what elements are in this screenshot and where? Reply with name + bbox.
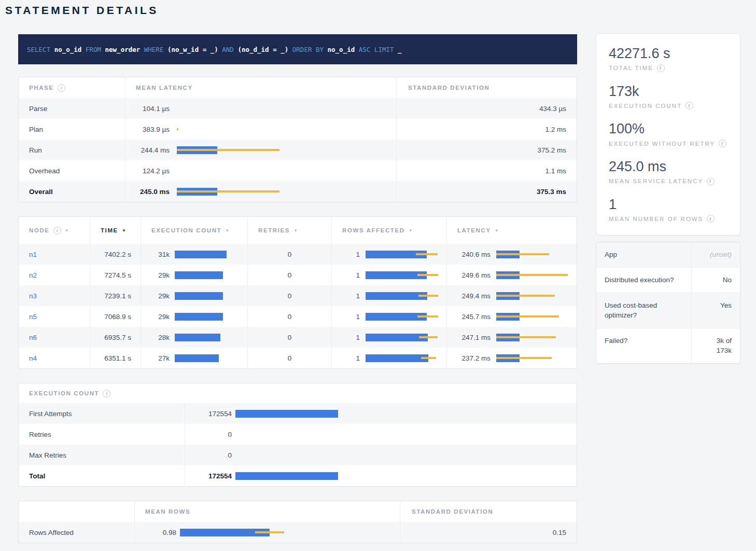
mean-latency-value: 245.0 ms — [136, 188, 170, 196]
std-dev-value: 1.1 ms — [545, 167, 566, 175]
empty-header-cell — [19, 501, 134, 522]
exec-row-label: Retries — [29, 431, 51, 438]
stat-label: MEAN SERVICE LATENCYi — [609, 177, 727, 185]
execution-count-value: 28k — [151, 334, 170, 341]
sql-keyword: AND — [218, 46, 238, 53]
detail-value: No — [691, 268, 740, 293]
latency-value: 240.6 ms — [457, 251, 491, 258]
std-dev-header-label: STANDARD DEVIATION — [408, 85, 489, 91]
table-row: Total 172554 — [19, 465, 577, 486]
rows-affected-header-cell[interactable]: ROWS AFFECTED ▼ — [331, 217, 446, 244]
exec-row-label: Total — [29, 472, 45, 480]
main-content: SELECT no_o_id FROM new_order WHERE (no_… — [18, 34, 577, 543]
execution-count-bar — [235, 431, 569, 438]
retries-value: 0 — [288, 292, 292, 300]
detail-label: Failed? — [596, 328, 691, 363]
node-link[interactable]: n2 — [29, 271, 37, 279]
table-row: Plan 383.9 µs 1.2 ms — [19, 119, 577, 140]
mean-latency-value: 104.1 µs — [136, 105, 170, 113]
execution-count-table: EXECUTION COUNT i First Attempts 172554 … — [18, 383, 577, 487]
detail-row-failed: Failed? 3k of 173k — [596, 328, 740, 363]
stat-executed-without-retry: 100% EXECUTED WITHOUT RETRYi — [609, 121, 727, 147]
node-link[interactable]: n1 — [29, 251, 37, 258]
mean-rows-header-label: MEAN ROWS — [145, 508, 190, 515]
table-row: Max Retries 0 — [19, 445, 577, 465]
phase-row-label: Parse — [29, 105, 47, 113]
stat-value: 245.0 ms — [609, 159, 727, 175]
executed-without-retry-info-icon[interactable]: i — [719, 140, 726, 147]
exec-row-value: 0 — [195, 431, 232, 438]
latency-bar — [496, 313, 569, 321]
rows-affected-bar — [366, 354, 439, 362]
phase-row-label: Overhead — [29, 167, 60, 175]
exec-row-value: 172554 — [195, 410, 232, 418]
retries-value: 0 — [288, 354, 292, 362]
mean-latency-header-label: MEAN LATENCY — [136, 85, 193, 91]
stat-value: 173k — [609, 84, 727, 100]
node-link[interactable]: n6 — [29, 334, 37, 341]
latency-bar — [496, 334, 569, 341]
mean-number-of-rows-info-icon[interactable]: i — [707, 215, 715, 223]
sql-keyword: FROM — [81, 46, 105, 53]
sort-arrow-icon: ▼ — [122, 228, 126, 233]
detail-label: Used cost-based optimizer? — [596, 293, 691, 328]
phase-row-label: Overall — [29, 188, 53, 196]
table-row: n1 7402.2 s 31k 0 1 240.6 ms — [19, 244, 577, 265]
execution-count-bar — [175, 334, 240, 341]
rows-affected-bar — [366, 313, 439, 321]
rows-affected-bar — [366, 271, 439, 279]
rows-affected-row-label: Rows Affected — [29, 529, 74, 536]
sort-arrow-icon: ▼ — [65, 228, 69, 233]
stat-value: 1 — [609, 197, 727, 213]
time-value: 6351.1 s — [104, 354, 131, 362]
std-dev-value: 0.15 — [553, 529, 566, 536]
summary-stats-card: 42271.6 s TOTAL TIMEi 173k EXECUTION COU… — [596, 33, 740, 236]
mean-service-latency-info-icon[interactable]: i — [707, 177, 715, 185]
table-row: Overall 245.0 ms 375.3 ms — [19, 181, 577, 202]
execution-count-bar — [235, 410, 569, 418]
stat-value: 42271.6 s — [609, 46, 727, 62]
retries-header-cell[interactable]: RETRIES ▼ — [247, 217, 331, 244]
sql-identifier: _ — [398, 46, 402, 53]
phase-row-label: Run — [29, 146, 42, 154]
detail-value: Yes — [691, 293, 740, 328]
node-header-cell[interactable]: NODE i ▼ — [19, 217, 90, 244]
execution-count-info-icon[interactable]: i — [685, 102, 693, 109]
execution-count-info-icon[interactable]: i — [103, 390, 110, 397]
latency-bar — [496, 292, 569, 300]
latency-header-cell[interactable]: LATENCY ▼ — [446, 217, 577, 244]
execution-count-value: 27k — [151, 354, 170, 362]
mean-latency-value: 244.4 ms — [136, 146, 170, 154]
node-link[interactable]: n4 — [29, 354, 37, 362]
mean-latency-value: 124.2 µs — [136, 167, 170, 175]
sql-identifier: (no_d_id = _) — [237, 46, 288, 53]
time-header-cell[interactable]: TIME ▼ — [90, 217, 141, 244]
total-time-info-icon[interactable]: i — [657, 64, 665, 72]
rows-affected-value: 1 — [342, 251, 360, 258]
execution-count-title: EXECUTION COUNT — [29, 390, 99, 396]
latency-bar — [496, 271, 569, 279]
node-link[interactable]: n3 — [29, 292, 37, 300]
time-value: 6935.7 s — [104, 334, 131, 341]
std-dev-value: 375.2 ms — [537, 146, 566, 154]
rows-affected-bar — [366, 292, 439, 300]
retries-value: 0 — [288, 334, 292, 341]
sql-statement-bar: SELECT no_o_id FROM new_order WHERE (no_… — [18, 34, 577, 64]
latency-bar — [177, 167, 389, 175]
time-value: 7274.5 s — [104, 271, 131, 279]
table-row: Run 244.4 ms 375.2 ms — [19, 140, 577, 160]
phase-table-header: PHASE i MEAN LATENCY STANDARD DEVIATION — [19, 77, 577, 98]
latency-bar — [496, 251, 569, 258]
node-table: NODE i ▼ TIME ▼ EXECUTION COUNT ▼ RETRIE… — [18, 216, 577, 369]
node-info-icon[interactable]: i — [53, 227, 61, 235]
phase-info-icon[interactable]: i — [58, 84, 65, 92]
statement-details-card: App (unset) Distributed execution? No Us… — [596, 242, 740, 363]
detail-value: (unset) — [691, 242, 740, 267]
execution-count-header-cell[interactable]: EXECUTION COUNT ▼ — [141, 217, 247, 244]
rows-affected-value: 1 — [342, 354, 360, 362]
execution-count-bar — [175, 354, 240, 362]
node-link[interactable]: n5 — [29, 313, 37, 321]
stat-total-time: 42271.6 s TOTAL TIMEi — [609, 46, 727, 72]
latency-value: 249.4 ms — [457, 292, 491, 300]
rows-affected-bar — [366, 334, 439, 341]
